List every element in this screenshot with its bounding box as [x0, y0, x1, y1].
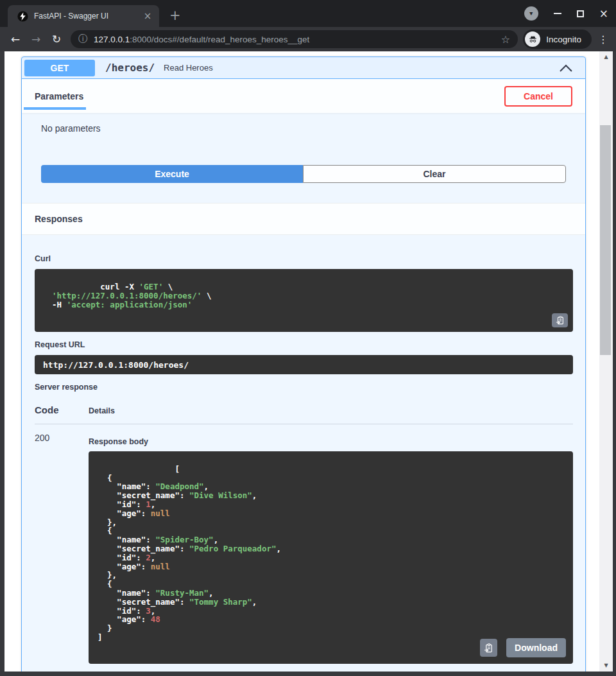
parameters-header: Parameters Cancel — [22, 79, 585, 113]
response-body-actions: Download — [480, 638, 566, 657]
download-button[interactable]: Download — [506, 638, 566, 657]
forward-button[interactable]: → — [26, 33, 46, 46]
details-column-header: Details — [89, 406, 115, 415]
incognito-badge: Incognito — [523, 30, 592, 49]
execute-button[interactable]: Execute — [41, 165, 303, 183]
request-url-value: http://127.0.0.1:8000/heroes/ — [43, 360, 189, 370]
copy-response-button[interactable] — [480, 639, 497, 657]
server-response-label: Server response — [35, 383, 573, 392]
bookmark-star-icon[interactable]: ☆ — [501, 33, 510, 46]
swagger-page: GET /heroes/ Read Heroes Parameters Canc… — [4, 51, 599, 672]
url-bar[interactable]: ⓘ 127.0.0.1:8000/docs#/default/read_hero… — [71, 30, 518, 48]
status-code: 200 — [35, 433, 89, 672]
site-info-icon[interactable]: ⓘ — [78, 33, 87, 45]
scroll-up-arrow-icon[interactable]: ▲ — [599, 54, 613, 60]
minimize-button[interactable] — [554, 13, 561, 14]
no-parameters-message: No parameters — [41, 123, 101, 134]
tab-title: FastAPI - Swagger UI — [34, 12, 141, 21]
code-column-header: Code — [35, 404, 89, 415]
window-border-bottom — [0, 672, 616, 676]
url-path: :8000/docs#/default/read_heroes_heroes__… — [130, 35, 309, 44]
page-scrollbar[interactable]: ▲ ▼ — [599, 51, 613, 672]
incognito-icon — [525, 31, 540, 47]
tab-parameters[interactable]: Parameters — [35, 79, 83, 113]
responses-body: Curl curl -X 'GET' \ 'http://127.0.0.1:8… — [22, 235, 585, 672]
request-url-block: http://127.0.0.1:8000/heroes/ — [35, 355, 573, 374]
browser-toolbar: ← → ↻ ⓘ 127.0.0.1:8000/docs#/default/rea… — [0, 27, 616, 51]
url-host: 127.0.0.1 — [94, 35, 130, 44]
scrollbar-thumb[interactable] — [600, 125, 611, 355]
operation-summary[interactable]: GET /heroes/ Read Heroes — [22, 57, 585, 79]
fastapi-favicon-icon — [17, 11, 28, 22]
parameters-tab-label: Parameters — [35, 91, 83, 101]
response-body-block: [ { "name": "Deadpond", "secret_name": "… — [89, 451, 573, 664]
reload-button[interactable]: ↻ — [46, 33, 67, 46]
window-border-left — [0, 51, 4, 672]
url-text: 127.0.0.1:8000/docs#/default/read_heroes… — [94, 35, 501, 44]
tab-close-icon[interactable]: × — [141, 10, 154, 22]
browser-tab[interactable]: FastAPI - Swagger UI × — [8, 5, 159, 27]
window-close-button[interactable]: × — [599, 8, 608, 19]
new-tab-button[interactable]: + — [169, 9, 181, 22]
back-button[interactable]: ← — [5, 33, 26, 46]
tab-search-icon[interactable]: ▾ — [524, 6, 538, 21]
request-url-label: Request URL — [35, 340, 573, 349]
clear-button[interactable]: Clear — [303, 165, 566, 183]
window-controls: ▾ × — [524, 0, 608, 27]
responses-section-header: Responses — [22, 203, 585, 235]
scroll-down-arrow-icon[interactable]: ▼ — [599, 663, 613, 668]
collapse-chevron-up-icon[interactable] — [558, 64, 574, 73]
incognito-label: Incognito — [546, 35, 581, 44]
response-table-header: Code Details — [35, 397, 573, 424]
clipboard-copy-icon — [556, 316, 565, 325]
tab-bar: FastAPI - Swagger UI × + ▾ × — [0, 0, 616, 27]
minimize-icon — [554, 13, 561, 14]
operation-path: /heroes/ — [105, 62, 155, 74]
response-row-200: 200 Response body [ { "name": "Deadpond"… — [35, 433, 573, 672]
browser-window: FastAPI - Swagger UI × + ▾ × ← → ↻ ⓘ 127… — [0, 0, 616, 676]
maximize-icon — [577, 10, 584, 17]
copy-curl-button[interactable] — [552, 313, 568, 327]
cancel-button[interactable]: Cancel — [504, 86, 572, 107]
curl-label: Curl — [35, 254, 573, 263]
curl-command-text: curl -X 'GET' \ 'http://127.0.0.1:8000/h… — [42, 282, 211, 309]
response-body-code: [ { "name": "Deadpond", "secret_name": "… — [98, 464, 281, 642]
active-tab-underline — [24, 107, 86, 110]
responses-title: Responses — [35, 214, 83, 224]
window-border-right — [613, 51, 616, 672]
opblock-get-heroes: GET /heroes/ Read Heroes Parameters Canc… — [21, 56, 586, 672]
maximize-button[interactable] — [577, 10, 584, 17]
method-badge: GET — [24, 60, 95, 76]
execute-wrapper: Execute Clear — [41, 165, 566, 183]
clipboard-copy-icon — [484, 643, 493, 653]
browser-menu-button[interactable]: ⋮ — [598, 33, 608, 46]
operation-description: Read Heroes — [164, 63, 558, 73]
curl-command-block: curl -X 'GET' \ 'http://127.0.0.1:8000/h… — [35, 269, 573, 332]
response-body-label: Response body — [89, 437, 573, 446]
parameters-body: No parameters — [22, 113, 585, 165]
response-details: Response body [ { "name": "Deadpond", "s… — [89, 433, 573, 672]
